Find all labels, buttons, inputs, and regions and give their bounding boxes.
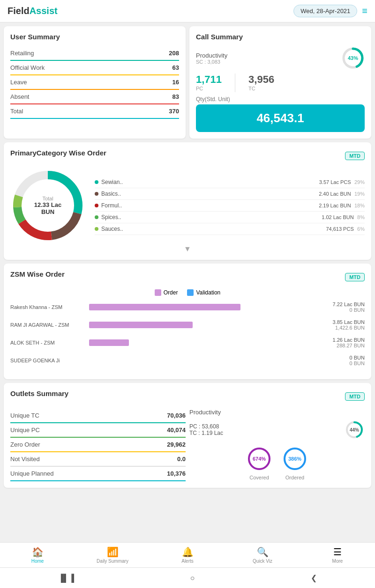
legend-val: 74,613 PCS <box>326 226 353 232</box>
outlets-prod-label: Productivity <box>189 409 365 416</box>
pc-value: 1,711 <box>196 74 222 86</box>
legend-name: Sauces.. <box>101 226 123 232</box>
more-icon: ☰ <box>333 546 342 558</box>
zsm-row: ALOK SETH - ZSM 1.26 Lac BUN 288.27 BUN <box>10 337 365 348</box>
tc-label: TC <box>248 86 274 91</box>
android-recents[interactable]: ▐▌▐ <box>58 574 74 582</box>
nav-quick-viz-label: Quick Viz <box>253 559 272 564</box>
android-back[interactable]: ❮ <box>311 573 317 582</box>
zsm-values: 7.22 Lac BUN 0 BUN <box>322 301 365 313</box>
legend-item: Basics.. 2.40 Lac BUN 19% <box>95 188 365 200</box>
order-legend-color <box>155 289 161 296</box>
nav-alerts[interactable]: 🔔 Alerts <box>150 546 225 564</box>
outlets-prod-row: PC : 53,608 TC : 1.19 Lac 44% <box>189 419 365 440</box>
pc-tc-row: 1,711 PC 3,956 TC <box>196 74 365 92</box>
zsm-valid-val: 288.27 BUN <box>322 343 365 348</box>
legend-right: 1.02 Lac BUN 8% <box>322 214 365 220</box>
legend-dot <box>95 227 98 231</box>
nav-daily-label: Daily Summary <box>97 559 128 564</box>
user-row-label: Retailing <box>10 50 34 57</box>
chevron-down-icon[interactable]: ▼ <box>10 245 365 253</box>
user-row-label: Leave <box>10 79 27 86</box>
donut-total-val: 12.33 Lac BUN <box>29 201 67 215</box>
outlet-row: Zero Order29,962 <box>10 438 186 452</box>
ordered-item: 386% Ordered <box>281 445 309 480</box>
covered-item: 674% Covered <box>245 445 273 480</box>
legend-right: 74,613 PCS 6% <box>326 226 365 232</box>
legend-pct: 29% <box>354 179 365 185</box>
user-row-label: Absent <box>10 93 29 100</box>
user-row-label: Total <box>10 108 23 115</box>
primary-category-header: PrimaryCategory Wise Order MTD <box>10 149 365 162</box>
zsm-row: SUDEEP GOENKA Ji 0 BUN 0 BUN <box>10 355 365 366</box>
covered-donut: 674% <box>245 445 273 473</box>
nav-more-label: More <box>332 559 343 564</box>
zsm-rows: Rakesh Khanna - ZSM 7.22 Lac BUN 0 BUN R… <box>10 301 365 366</box>
productivity-sub: SC : 3,083 <box>196 59 227 65</box>
legend-item: Sewian.. 3.57 Lac PCS 29% <box>95 176 365 188</box>
legend-val: 3.57 Lac PCS <box>319 179 351 185</box>
outlet-row-label: Zero Order <box>10 441 40 448</box>
call-summary-title: Call Summary <box>196 33 365 41</box>
android-home[interactable]: ○ <box>190 574 195 582</box>
productivity-row: Productivity SC : 3,083 43% <box>196 46 365 70</box>
ordered-label: Ordered <box>281 475 309 480</box>
header-right: Wed, 28-Apr-2021 ≡ <box>293 5 368 17</box>
outlet-row-label: Unique Planned <box>10 470 54 477</box>
outlets-header: Outlets Summary MTD <box>10 390 365 403</box>
legend-right: 2.19 Lac BUN 18% <box>319 202 365 209</box>
daily-summary-icon: 📶 <box>107 546 119 558</box>
zsm-name: SUDEEP GOENKA Ji <box>10 358 85 363</box>
validation-legend-label: Validation <box>196 289 220 296</box>
productivity-label: Productivity <box>196 52 227 59</box>
legend-left: Basics.. <box>95 191 121 197</box>
legend-dot <box>95 180 98 184</box>
zsm-bars <box>89 304 319 310</box>
zsm-order-val: 0 BUN <box>322 355 365 360</box>
user-row-value: 16 <box>172 79 179 86</box>
legend-left: Sauces.. <box>95 226 123 232</box>
zsm-header: ZSM Wise Order MTD <box>10 270 365 284</box>
qty-label: Qty(Std. Unit) <box>196 96 365 103</box>
user-row-label: Official Work <box>10 64 45 71</box>
filter-icon[interactable]: ≡ <box>362 6 368 16</box>
zsm-values: 1.26 Lac BUN 288.27 BUN <box>322 337 365 348</box>
nav-more[interactable]: ☰ More <box>300 546 375 564</box>
outlets-summary-card: Outlets Summary MTD Unique TC70,036Uniqu… <box>4 383 371 488</box>
call-summary-card: Call Summary Productivity SC : 3,083 43%… <box>189 26 371 139</box>
logo-assist: Assist <box>30 6 58 16</box>
legend-name: Sewian.. <box>101 179 123 185</box>
outlet-row-value: 10,376 <box>167 470 186 477</box>
legend-val: 2.19 Lac BUN <box>319 203 351 208</box>
user-row: Total370 <box>10 104 179 119</box>
legend-name: Formul.. <box>101 202 122 209</box>
legend-item: Formul.. 2.19 Lac BUN 18% <box>95 200 365 212</box>
legend-val: 2.40 Lac BUN <box>319 191 351 197</box>
zsm-values: 0 BUN 0 BUN <box>322 355 365 366</box>
nav-home[interactable]: 🏠 Home <box>0 546 75 564</box>
app-logo: FieldAssist <box>8 6 58 16</box>
zsm-row: Rakesh Khanna - ZSM 7.22 Lac BUN 0 BUN <box>10 301 365 313</box>
legend-val: 1.02 Lac BUN <box>322 214 353 220</box>
alerts-icon: 🔔 <box>182 546 194 558</box>
zsm-order-bar <box>89 322 193 328</box>
zsm-order-bar <box>89 304 240 310</box>
main-content: User Summary Retailing208Official Work63… <box>0 22 375 495</box>
donut-total-text: Total <box>29 196 67 201</box>
legend-pct: 19% <box>354 191 365 197</box>
pc-block: 1,711 PC <box>196 74 222 92</box>
covered-pct: 674% <box>253 456 266 462</box>
outlets-pc: PC : 53,608 <box>189 423 223 430</box>
top-cards-row: User Summary Retailing208Official Work63… <box>4 26 371 139</box>
zsm-name: RAM JI AGARWAL - ZSM <box>10 322 85 328</box>
legend-pct: 8% <box>357 214 365 220</box>
outlets-left: Unique TC70,036Unique PC40,074Zero Order… <box>10 409 186 481</box>
nav-quick-viz[interactable]: 🔍 Quick Viz <box>225 546 300 564</box>
user-row-value: 370 <box>169 108 179 115</box>
outlet-row-value: 40,074 <box>167 426 186 434</box>
nav-daily-summary[interactable]: 📶 Daily Summary <box>75 546 150 564</box>
legend-pct: 6% <box>357 226 365 232</box>
quick-viz-icon: 🔍 <box>257 546 269 558</box>
nav-home-label: Home <box>31 559 44 564</box>
validation-legend-color <box>187 289 194 296</box>
